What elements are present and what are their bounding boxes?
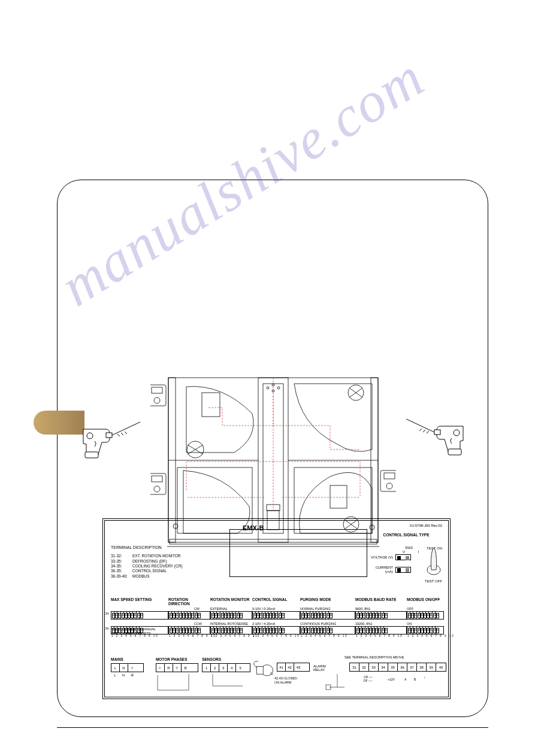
svg-line-10 [423, 430, 425, 432]
sw2-current-dip[interactable] [395, 567, 411, 573]
df-sub-label: DF [364, 679, 368, 682]
svg-rect-39 [152, 476, 162, 482]
mains-label: MAINS [111, 657, 144, 661]
svg-rect-24 [202, 393, 220, 417]
sensors-label: SENSORS [202, 657, 250, 661]
dip-baud-row1[interactable] [355, 611, 407, 620]
test-off-label: TEST OFF [425, 579, 442, 583]
display-area [229, 529, 367, 577]
fan-upper-left-icon [186, 387, 253, 458]
emx-b-control-panel: EMX-B 01-5798-J90 Rev.02 TERMINAL DESCRI… [102, 518, 451, 699]
terminal-description: TERMINAL DESCRIPTION 31-32:EXT. ROTATION… [111, 545, 213, 579]
svg-point-35 [154, 397, 160, 403]
svg-line-2 [117, 434, 120, 436]
svg-rect-34 [150, 385, 166, 406]
p12v-sub-label: +12V [388, 678, 395, 681]
ground-icon: ⏚ [424, 676, 425, 678]
control-signal-type-block: CONTROL SIGNAL TYPE SW2 V I VOLTAGE (V) … [370, 533, 442, 581]
hvac-with-drills-illustration [81, 276, 465, 462]
svg-point-32 [277, 387, 280, 389]
svg-rect-36 [152, 387, 162, 393]
col-rotation-direction-label: ROTATION DIRECTION [168, 597, 210, 606]
voltage-label: VOLTAGE (V) [370, 555, 393, 560]
svg-rect-0 [106, 433, 112, 438]
col-purging-mode-label: PURGING MODE [300, 597, 355, 606]
dip-purge-row2[interactable] [300, 626, 355, 634]
col-maxspeed-label: MAX SPEED SETTING [111, 597, 168, 606]
ground-icon: ⏚ [128, 673, 136, 677]
motor-phases-label: MOTOR PHASES [156, 657, 198, 661]
svg-point-31 [267, 387, 269, 389]
side-tab [34, 411, 84, 435]
col-modbus-onoff-label: MODBUS ON/OFF [407, 597, 444, 606]
test-toggle-switch[interactable] [425, 546, 442, 576]
dip-purge-row1[interactable] [300, 611, 355, 620]
svg-rect-5 [85, 452, 98, 458]
page-footer-line [57, 727, 488, 728]
svg-line-9 [427, 431, 429, 433]
ground-icon: ⏚ [128, 664, 137, 672]
terminal-description-heading: TERMINAL DESCRIPTION [111, 545, 213, 550]
speed-preset-note: PLEASE REFER TO MANUAL FOR 16 SPEED PRES… [111, 627, 159, 635]
dip-rotdir-row2[interactable] [168, 626, 210, 634]
cordless-drill-right-icon [405, 405, 465, 459]
a-sub-label: A [404, 678, 406, 681]
dip-modonoff-row2[interactable] [407, 626, 444, 634]
dip-maxspeed-row1[interactable] [111, 611, 168, 620]
svg-point-38 [154, 486, 160, 492]
svg-point-6 [87, 433, 93, 439]
svg-point-13 [454, 430, 460, 436]
v-i-label: V I [403, 550, 425, 554]
damper-actuator-top-left-icon [150, 385, 166, 406]
svg-rect-12 [448, 449, 461, 455]
doc-number: 01-5798-J90 Rev.02 [410, 524, 442, 527]
page-frame: EMX-B 01-5798-J90 Rev.02 TERMINAL DESCRI… [57, 180, 488, 717]
mains-terminal-block: L N ⏚ [111, 663, 144, 672]
damper-actuator-bottom-left-icon [150, 473, 166, 494]
col-modbus-baud-label: MODBUS BAUD RATE [355, 597, 407, 606]
sw2-label: SW2 [405, 546, 413, 549]
svg-rect-40 [380, 470, 396, 491]
control-signal-type-heading: CONTROL SIGNAL TYPE [370, 533, 442, 537]
svg-rect-27 [330, 485, 347, 508]
svg-rect-7 [434, 430, 440, 435]
svg-point-41 [386, 483, 392, 489]
svg-line-4 [125, 432, 127, 434]
dip-rotdir-row1[interactable] [168, 611, 210, 620]
fan-upper-right-icon [294, 384, 372, 451]
bottom-connection-lines [153, 663, 356, 699]
damper-actuator-right-icon [380, 470, 396, 491]
current-label: CURRENT (mA) [370, 566, 393, 573]
dip-ctrlsig-row1[interactable] [252, 611, 300, 620]
see-terminal-description-note: SEE TERMINAL DESCRIPTION ABOVE [344, 655, 404, 659]
svg-rect-37 [150, 473, 166, 494]
dip-rotmon-row1[interactable] [210, 611, 252, 620]
dip-rotmon-row2[interactable] [210, 626, 252, 634]
col-control-signal-label: CONTROL SIGNAL [252, 597, 300, 606]
svg-rect-42 [384, 473, 395, 479]
cordless-drill-left-icon [81, 408, 141, 462]
svg-rect-19 [168, 378, 176, 542]
dip-baud-row2[interactable] [355, 626, 407, 634]
sw2-voltage-dip[interactable] [395, 554, 411, 560]
dip-ctrlsig-row2[interactable] [252, 626, 300, 634]
b-sub-label: B [414, 678, 416, 681]
dip-switch-grid: MAX SPEED SETTING ROTATION DIRECTION ROT… [111, 597, 446, 637]
dip-modonoff-row1[interactable] [407, 611, 444, 620]
svg-line-11 [419, 429, 422, 431]
svg-line-3 [121, 433, 123, 435]
col-rotation-monitor-label: ROTATION MONITOR [210, 597, 252, 606]
terminals-31-40: 31 32 33 34 35 36 37 38 39 40 [349, 663, 446, 672]
